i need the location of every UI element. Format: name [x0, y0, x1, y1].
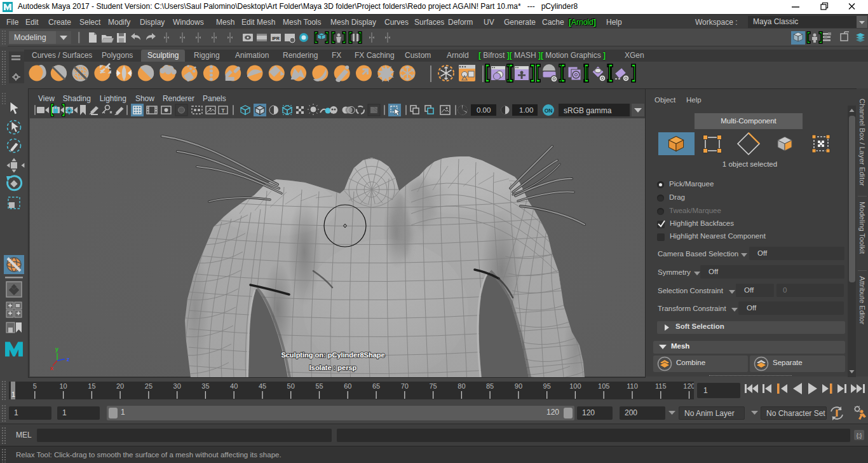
svg-text:75: 75	[429, 382, 437, 390]
svg-text:z: z	[67, 356, 70, 363]
svg-text:70: 70	[401, 382, 409, 390]
svg-text:x: x	[50, 365, 53, 371]
svg-text:60: 60	[344, 382, 351, 390]
svg-text:1: 1	[11, 390, 15, 398]
svg-text:Isolate : persp: Isolate : persp	[309, 364, 357, 371]
svg-text:80: 80	[458, 382, 465, 390]
svg-text:Modeling: Modeling	[14, 33, 46, 42]
svg-text:55: 55	[315, 382, 323, 390]
svg-text:Sculpting on: pCylinder8Shape: Sculpting on: pCylinder8Shape	[281, 351, 384, 359]
svg-text:95: 95	[543, 382, 551, 390]
svg-text:sRGB gamma: sRGB gamma	[564, 106, 612, 115]
svg-text:30: 30	[173, 382, 181, 390]
svg-text:105: 105	[598, 382, 609, 390]
svg-text:{;}: {;}	[857, 432, 862, 439]
svg-text:T: T	[221, 107, 225, 114]
svg-text:0.00: 0.00	[477, 106, 491, 114]
svg-text:120: 120	[683, 382, 694, 390]
svg-text:10: 10	[59, 382, 67, 390]
svg-text:90: 90	[515, 382, 522, 390]
svg-text:IPR: IPR	[272, 36, 280, 41]
svg-text:15: 15	[88, 382, 95, 390]
svg-text:85: 85	[486, 382, 494, 390]
svg-text:40: 40	[230, 382, 238, 390]
svg-text:1.00: 1.00	[519, 106, 533, 114]
svg-text:45: 45	[259, 382, 266, 390]
svg-text:ON: ON	[545, 107, 553, 114]
svg-text:5: 5	[33, 382, 37, 390]
svg-text:100: 100	[569, 382, 581, 390]
svg-text:35: 35	[201, 382, 209, 390]
svg-text:25: 25	[145, 382, 153, 390]
svg-text:y: y	[55, 346, 58, 352]
svg-text:110: 110	[627, 382, 638, 390]
svg-text:65: 65	[372, 382, 380, 390]
svg-text:20: 20	[116, 382, 124, 390]
svg-text:115: 115	[655, 382, 667, 390]
svg-text:50: 50	[287, 382, 295, 390]
